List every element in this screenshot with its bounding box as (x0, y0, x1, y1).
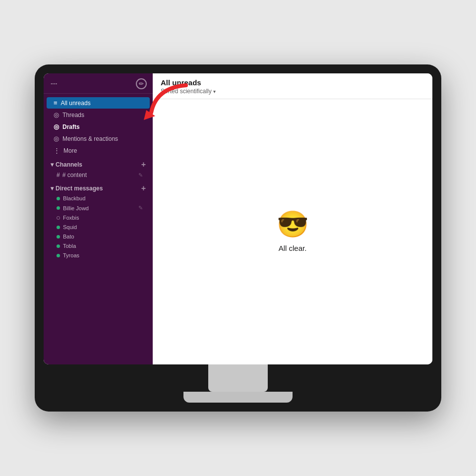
sidebar-item-label: Threads (62, 112, 84, 119)
dm-status-dot (57, 235, 60, 238)
sort-dropdown[interactable]: Sorted scientifically ▾ (161, 88, 424, 95)
dm-item-2[interactable]: Billie Jowd ✎ (47, 203, 150, 213)
dm-status-dot (57, 216, 60, 220)
chevron-down-icon: ▾ (213, 89, 216, 94)
dm-status-dot (57, 254, 60, 257)
screen: ···· ✏ ≡ All unreads ◎ Threads (44, 73, 432, 364)
channels-label: Channels (56, 161, 82, 168)
dm-item-1[interactable]: Blackbud (47, 194, 150, 203)
threads-icon: ◎ (54, 111, 59, 119)
drafts-icon: ◎ (54, 123, 59, 130)
sidebar-item-threads[interactable]: ◎ Threads (47, 109, 150, 120)
page-title: All unreads (161, 78, 424, 87)
dm-name: Bato (63, 234, 74, 239)
channels-collapse-btn[interactable]: ▾ Channels (51, 161, 82, 168)
stand-neck (208, 364, 268, 392)
channel-item-content[interactable]: # # content ✎ (47, 170, 150, 180)
dm-name: Tyroas (63, 252, 79, 258)
main-body: 😎 All clear. (153, 99, 432, 364)
main-header: All unreads Sorted scientifically ▾ (153, 73, 432, 99)
stand-base (183, 392, 293, 403)
dm-status-dot (57, 206, 60, 210)
all-unreads-icon: ≡ (54, 99, 58, 107)
sidebar-item-all-unreads[interactable]: ≡ All unreads (47, 97, 150, 109)
slack-app: ···· ✏ ≡ All unreads ◎ Threads (44, 73, 432, 364)
dm-edit-icon: ✎ (138, 205, 143, 211)
dm-status-dot (57, 244, 60, 248)
monitor-stand (183, 364, 293, 403)
main-content: All unreads Sorted scientifically ▾ 😎 Al… (153, 73, 432, 364)
dm-item-3[interactable]: Foxbis (47, 213, 150, 222)
dm-name: Tobla (63, 243, 76, 249)
sidebar-item-more[interactable]: ⋮ More (47, 145, 150, 156)
dm-status-dot (57, 226, 60, 229)
sidebar-item-label: More (63, 147, 77, 154)
channel-edit-icon: ✎ (138, 172, 143, 178)
mentions-icon: ◎ (54, 135, 59, 142)
sidebar-nav: ≡ All unreads ◎ Threads ◎ Drafts ◎ Menti… (44, 94, 153, 364)
add-channel-button[interactable]: + (141, 161, 146, 169)
dm-label: Direct messages (56, 185, 103, 192)
channels-section-header: ▾ Channels + (44, 157, 153, 170)
dm-item-4[interactable]: Squid (47, 223, 150, 232)
dm-name: Foxbis (63, 215, 79, 221)
add-dm-button[interactable]: + (141, 184, 146, 192)
dm-status-dot (57, 197, 60, 200)
sidebar-item-mentions[interactable]: ◎ Mentions & reactions (47, 133, 150, 144)
sort-label: Sorted scientifically (161, 88, 212, 95)
dm-name: Squid (63, 224, 77, 230)
compose-icon: ✏ (139, 80, 144, 87)
sidebar-item-label: All unreads (61, 100, 91, 107)
sidebar-header: ···· ✏ (44, 73, 153, 94)
monitor: ···· ✏ ≡ All unreads ◎ Threads (35, 64, 441, 412)
sidebar-item-label: Mentions & reactions (62, 135, 118, 142)
channels-chevron-icon: ▾ (51, 161, 54, 168)
channel-name: # content (62, 172, 87, 178)
channel-hash-icon: # (57, 172, 60, 178)
dm-section-header: ▾ Direct messages + (44, 180, 153, 193)
more-icon: ⋮ (54, 147, 60, 154)
sidebar-item-drafts[interactable]: ◎ Drafts (47, 121, 150, 132)
sidebar-item-label: Drafts (62, 123, 80, 130)
all-clear-text: All clear. (279, 244, 307, 252)
workspace-name: ···· (51, 80, 57, 87)
dm-collapse-btn[interactable]: ▾ Direct messages (51, 185, 103, 192)
dm-item-7[interactable]: Tyroas (47, 251, 150, 260)
sidebar: ···· ✏ ≡ All unreads ◎ Threads (44, 73, 153, 364)
compose-button[interactable]: ✏ (136, 78, 147, 89)
dm-name: Billie Jowd (63, 205, 89, 211)
all-clear-emoji: 😎 (277, 211, 309, 237)
dm-item-6[interactable]: Tobla (47, 241, 150, 250)
dm-chevron-icon: ▾ (51, 185, 54, 192)
dm-item-5[interactable]: Bato (47, 232, 150, 241)
dm-name: Blackbud (63, 195, 85, 201)
